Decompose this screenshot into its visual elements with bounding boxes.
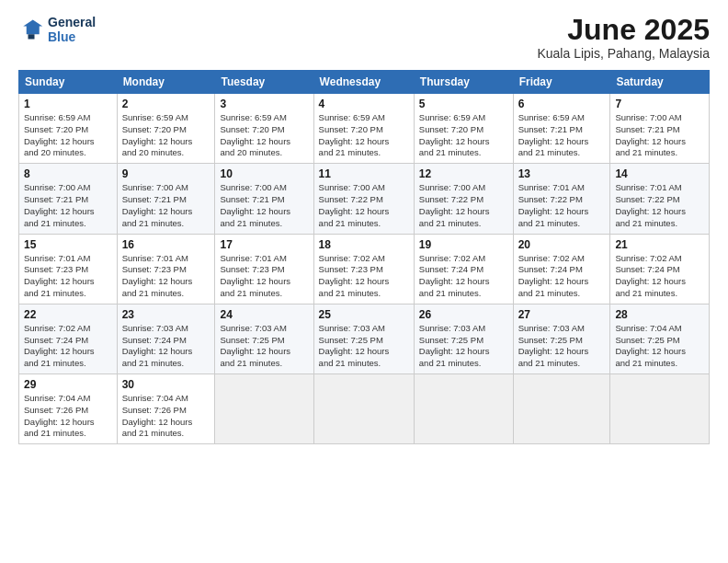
day-info: Sunrise: 7:00 AM Sunset: 7:22 PM Dayligh… [419, 182, 508, 229]
day-number: 17 [220, 238, 308, 251]
day-number: 7 [615, 98, 704, 110]
day-info: Sunrise: 7:00 AM Sunset: 7:21 PM Dayligh… [24, 182, 112, 229]
day-info: Sunrise: 7:03 AM Sunset: 7:24 PM Dayligh… [122, 323, 210, 370]
day-number: 26 [419, 308, 508, 321]
col-thursday: Thursday [414, 71, 513, 94]
calendar-cell: 17Sunrise: 7:01 AM Sunset: 7:23 PM Dayli… [215, 234, 313, 304]
day-number: 12 [419, 167, 508, 180]
day-number: 2 [122, 98, 210, 110]
calendar-cell: 9Sunrise: 7:00 AM Sunset: 7:21 PM Daylig… [117, 164, 215, 234]
calendar-cell: 10Sunrise: 7:00 AM Sunset: 7:21 PM Dayli… [215, 164, 313, 234]
calendar-week-row: 8Sunrise: 7:00 AM Sunset: 7:21 PM Daylig… [19, 164, 710, 234]
calendar-cell: 6Sunrise: 6:59 AM Sunset: 7:21 PM Daylig… [513, 94, 610, 164]
logo-text: General Blue [48, 15, 96, 44]
day-info: Sunrise: 7:01 AM Sunset: 7:23 PM Dayligh… [24, 253, 112, 300]
day-number: 6 [518, 98, 606, 110]
calendar-header-row: Sunday Monday Tuesday Wednesday Thursday… [19, 71, 710, 94]
col-monday: Monday [117, 71, 215, 94]
day-info: Sunrise: 7:00 AM Sunset: 7:21 PM Dayligh… [615, 112, 704, 159]
day-number: 14 [615, 167, 704, 180]
col-saturday: Saturday [610, 71, 710, 94]
day-number: 3 [220, 98, 308, 110]
day-info: Sunrise: 6:59 AM Sunset: 7:20 PM Dayligh… [24, 112, 112, 159]
col-wednesday: Wednesday [313, 71, 414, 94]
calendar-cell: 14Sunrise: 7:01 AM Sunset: 7:22 PM Dayli… [610, 164, 710, 234]
calendar-cell: 29Sunrise: 7:04 AM Sunset: 7:26 PM Dayli… [19, 374, 118, 444]
day-info: Sunrise: 7:01 AM Sunset: 7:22 PM Dayligh… [615, 182, 704, 229]
calendar-cell: 16Sunrise: 7:01 AM Sunset: 7:23 PM Dayli… [117, 234, 215, 304]
day-info: Sunrise: 6:59 AM Sunset: 7:20 PM Dayligh… [319, 112, 409, 159]
day-number: 1 [24, 98, 112, 110]
col-sunday: Sunday [19, 71, 118, 94]
day-info: Sunrise: 7:04 AM Sunset: 7:25 PM Dayligh… [615, 323, 704, 370]
day-number: 19 [419, 238, 508, 251]
calendar-cell: 25Sunrise: 7:03 AM Sunset: 7:25 PM Dayli… [313, 304, 414, 373]
day-info: Sunrise: 7:01 AM Sunset: 7:23 PM Dayligh… [122, 253, 210, 300]
header: General Blue June 2025 Kuala Lipis, Paha… [18, 15, 710, 61]
calendar-cell: 11Sunrise: 7:00 AM Sunset: 7:22 PM Dayli… [313, 164, 414, 234]
calendar-cell: 20Sunrise: 7:02 AM Sunset: 7:24 PM Dayli… [513, 234, 610, 304]
day-number: 9 [122, 167, 210, 180]
calendar-cell: 28Sunrise: 7:04 AM Sunset: 7:25 PM Dayli… [610, 304, 710, 373]
calendar-cell: 22Sunrise: 7:02 AM Sunset: 7:24 PM Dayli… [19, 304, 118, 373]
day-number: 16 [122, 238, 210, 251]
calendar-cell: 30Sunrise: 7:04 AM Sunset: 7:26 PM Dayli… [117, 374, 215, 444]
calendar-week-row: 15Sunrise: 7:01 AM Sunset: 7:23 PM Dayli… [19, 234, 710, 304]
calendar-cell: 19Sunrise: 7:02 AM Sunset: 7:24 PM Dayli… [414, 234, 513, 304]
calendar-cell [610, 374, 710, 444]
svg-rect-2 [28, 34, 35, 39]
day-number: 4 [319, 98, 409, 110]
calendar-cell [414, 374, 513, 444]
calendar-cell: 26Sunrise: 7:03 AM Sunset: 7:25 PM Dayli… [414, 304, 513, 373]
day-number: 13 [518, 167, 606, 180]
logo-icon [18, 17, 44, 42]
day-number: 25 [319, 308, 409, 321]
calendar-cell: 2Sunrise: 6:59 AM Sunset: 7:20 PM Daylig… [117, 94, 215, 164]
title-block: June 2025 Kuala Lipis, Pahang, Malaysia [537, 15, 710, 61]
calendar-cell: 23Sunrise: 7:03 AM Sunset: 7:24 PM Dayli… [117, 304, 215, 373]
day-info: Sunrise: 7:03 AM Sunset: 7:25 PM Dayligh… [419, 323, 508, 370]
svg-marker-1 [23, 20, 42, 35]
calendar-week-row: 1Sunrise: 6:59 AM Sunset: 7:20 PM Daylig… [19, 94, 710, 164]
calendar-week-row: 22Sunrise: 7:02 AM Sunset: 7:24 PM Dayli… [19, 304, 710, 373]
calendar-cell: 12Sunrise: 7:00 AM Sunset: 7:22 PM Dayli… [414, 164, 513, 234]
calendar-cell [513, 374, 610, 444]
day-info: Sunrise: 6:59 AM Sunset: 7:20 PM Dayligh… [122, 112, 210, 159]
location-subtitle: Kuala Lipis, Pahang, Malaysia [537, 46, 710, 61]
calendar-cell [215, 374, 313, 444]
calendar-page: General Blue June 2025 Kuala Lipis, Paha… [0, 0, 728, 563]
day-number: 10 [220, 167, 308, 180]
calendar-cell: 3Sunrise: 6:59 AM Sunset: 7:20 PM Daylig… [215, 94, 313, 164]
day-info: Sunrise: 7:03 AM Sunset: 7:25 PM Dayligh… [220, 323, 308, 370]
day-number: 8 [24, 167, 112, 180]
calendar-table: Sunday Monday Tuesday Wednesday Thursday… [18, 70, 710, 444]
day-info: Sunrise: 7:00 AM Sunset: 7:21 PM Dayligh… [122, 182, 210, 229]
day-info: Sunrise: 7:00 AM Sunset: 7:21 PM Dayligh… [220, 182, 308, 229]
day-number: 24 [220, 308, 308, 321]
day-number: 29 [24, 378, 112, 391]
col-friday: Friday [513, 71, 610, 94]
calendar-cell [313, 374, 414, 444]
day-number: 27 [518, 308, 606, 321]
day-info: Sunrise: 7:01 AM Sunset: 7:22 PM Dayligh… [518, 182, 606, 229]
day-info: Sunrise: 7:02 AM Sunset: 7:24 PM Dayligh… [518, 253, 606, 300]
day-info: Sunrise: 7:04 AM Sunset: 7:26 PM Dayligh… [122, 393, 210, 440]
calendar-cell: 18Sunrise: 7:02 AM Sunset: 7:23 PM Dayli… [313, 234, 414, 304]
month-title: June 2025 [537, 15, 710, 44]
day-info: Sunrise: 7:02 AM Sunset: 7:24 PM Dayligh… [24, 323, 112, 370]
day-info: Sunrise: 6:59 AM Sunset: 7:20 PM Dayligh… [220, 112, 308, 159]
day-number: 15 [24, 238, 112, 251]
day-info: Sunrise: 7:03 AM Sunset: 7:25 PM Dayligh… [319, 323, 409, 370]
col-tuesday: Tuesday [215, 71, 313, 94]
day-number: 5 [419, 98, 508, 110]
day-info: Sunrise: 7:00 AM Sunset: 7:22 PM Dayligh… [319, 182, 409, 229]
calendar-cell: 5Sunrise: 6:59 AM Sunset: 7:20 PM Daylig… [414, 94, 513, 164]
day-number: 21 [615, 238, 704, 251]
day-info: Sunrise: 7:02 AM Sunset: 7:23 PM Dayligh… [319, 253, 409, 300]
logo: General Blue [18, 15, 96, 44]
calendar-cell: 21Sunrise: 7:02 AM Sunset: 7:24 PM Dayli… [610, 234, 710, 304]
calendar-cell: 4Sunrise: 6:59 AM Sunset: 7:20 PM Daylig… [313, 94, 414, 164]
day-info: Sunrise: 7:03 AM Sunset: 7:25 PM Dayligh… [518, 323, 606, 370]
day-info: Sunrise: 7:02 AM Sunset: 7:24 PM Dayligh… [419, 253, 508, 300]
day-number: 20 [518, 238, 606, 251]
